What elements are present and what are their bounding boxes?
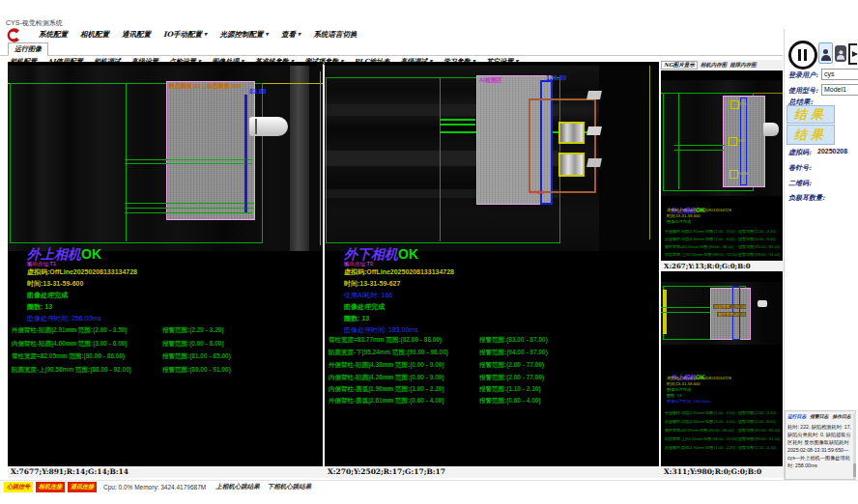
- log-scrollbar[interactable]: [853, 413, 856, 479]
- exit-button[interactable]: [848, 43, 858, 63]
- threshold-region: [166, 81, 255, 220]
- operator-button[interactable]: [835, 45, 846, 62]
- main-window: CYS-视觉检测系统 系统配置 相机配置 通讯配置 IO手动配置▼ 光源控制配置…: [0, 0, 858, 504]
- ng-view-1-coords: X:267;Y:13;R:0;G:0;B:0: [661, 261, 786, 271]
- pause-icon: [798, 49, 801, 61]
- tab-strip: [0, 42, 783, 56]
- yellow-feature-box: [558, 122, 585, 144]
- alarm-range: 报警范围:(89.00 - 91.00): [162, 366, 231, 375]
- ai-time-line: 使用AI耗时: 166: [344, 291, 392, 300]
- feature-marker: [729, 170, 738, 179]
- ok-badge: OK: [81, 246, 101, 262]
- alarm-range: 报警范围:(2.00 - 77.00): [479, 361, 544, 370]
- measure-row: 外侧臂柱-陷圆|2.91mm 范围:(2.00 - 3.50): [12, 326, 128, 335]
- process-time-line: 图像处理时间: 183.00ms: [344, 325, 418, 335]
- status-bar: 心跳信号 相机连接 通讯连接 Cpu: 0.0% Memory: 3424.41…: [0, 480, 858, 492]
- cpu-memory-status: Cpu: 0.0% Memory: 3424.4179687M: [103, 484, 206, 490]
- virtual-code-label: 虚拟码:: [788, 148, 812, 157]
- menu-item-language-switch[interactable]: 系统语言切换: [313, 30, 357, 40]
- ng-tab-bar: NG图片显示 相机内存图 超限内存图: [661, 60, 783, 70]
- alarm-range: 报警范围:(2.20 - 3.20): [162, 326, 224, 335]
- time-line: 时间:13-31-59-600: [27, 279, 83, 289]
- tab-ng-image[interactable]: NG图片显示: [661, 61, 698, 70]
- chevron-down-icon: ▼: [298, 32, 300, 37]
- person-icon: [837, 50, 844, 60]
- red-note-label: 4.4 2.6: [529, 189, 544, 195]
- connector-part: [249, 117, 288, 136]
- left-view-coords: X:7677;Y:891;R:14;G:14;B:14: [8, 466, 326, 478]
- alarm-range: 报警范围:(81.00 - 85.00): [162, 352, 231, 361]
- reel-needle-label: 卷针号:: [788, 163, 812, 173]
- model-field[interactable]: Model1: [821, 84, 858, 96]
- measure-row: 陷圆宽度-下|95.24mm 范围:(93.00 - 98.00): [329, 349, 448, 357]
- virtual-code-value: 20250208: [817, 148, 847, 154]
- person-icon: [821, 49, 831, 61]
- loop-count-line: 圈数: 13: [27, 302, 52, 312]
- menu-item-view[interactable]: 查看▼: [281, 30, 300, 40]
- chevron-down-icon: ▼: [204, 32, 207, 37]
- measure-row: 内侧臂柱-陷圆|4.28mm 范围:(0.00 - 9.00): [329, 374, 444, 382]
- loop-count-line: 圈数: 13: [344, 314, 369, 323]
- blue-measure-label: 128.80: [546, 74, 566, 81]
- menu-item-comm-config[interactable]: 通讯配置: [122, 30, 151, 40]
- camera-status-badge: 相机连接: [36, 482, 65, 492]
- blue-measure-line: [244, 95, 247, 212]
- measure-row: 内侧臂柱-圆弧|1.90mm 范围:(1.00 - 2.20): [329, 385, 444, 394]
- center-view-coords: X:270;Y:2502;R:17;G:17;B:17: [325, 466, 662, 478]
- menu-item-system-config[interactable]: 系统配置: [39, 30, 68, 40]
- process-time-line: 图像处理时间: 256.00ms: [27, 314, 101, 323]
- ng-view-2[interactable]: 陷圆宽度-上|90.56 臂柱宽度=82.05 外上相机OK 虚拟码:OffLi…: [661, 271, 783, 466]
- qr-code-label: 二维码:: [788, 179, 812, 188]
- feature-marker: [729, 137, 737, 146]
- ng-view-1[interactable]: 2.91 4.60 90.56 外上相机OK 虚拟码:OffLine202502…: [661, 70, 783, 261]
- measure-row: 内侧臂柱-陷圆|4.60mm 范围:(3.00 - 6.00): [12, 340, 128, 349]
- result-box-2: 结果: [786, 125, 835, 145]
- brown-roi-box: [529, 98, 596, 193]
- tab-overlimit-memory[interactable]: 超限内存图: [729, 62, 757, 69]
- scrollbar-thumb[interactable]: [853, 463, 856, 477]
- ng-view-2-coords: X:311;Y:980;R:0;G:0;B:0: [661, 466, 786, 478]
- menu-item-io-manual-config[interactable]: IO手动配置▼: [163, 30, 208, 40]
- blue-measure-label: 83.88: [249, 88, 267, 95]
- pause-button[interactable]: [788, 41, 817, 70]
- menu-item-camera-config[interactable]: 相机配置: [80, 30, 109, 40]
- ai-region-label: AI检测区: [479, 76, 502, 85]
- chevron-down-icon: ▼: [266, 32, 269, 37]
- menu-item-light-control-config[interactable]: 光源控制配置▼: [220, 30, 269, 40]
- process-done-line: 图像处理完成: [344, 302, 385, 312]
- lower-camera-heartbeat: 下相机心跳结果: [268, 483, 312, 491]
- login-user-field[interactable]: cys: [821, 69, 858, 80]
- alarm-range: 报警范围:(94.00 - 97.00): [479, 349, 548, 357]
- log-text: 耗时: 222, 缺陷检测耗时: 17, 缺陷分类耗时: 0, 缺陷提取分区耗时…: [787, 423, 851, 477]
- alarm-range: 报警范围:(2.00 - 77.00): [479, 374, 544, 382]
- tab-camera-memory[interactable]: 相机内存图: [701, 62, 728, 69]
- heartbeat-status-badge: 心跳信号: [4, 482, 33, 492]
- measure-row: 外侧臂柱-圆弧|2.61mm 范围:(0.60 - 4.00): [329, 397, 444, 406]
- output-point-label: 输出点位:T1: [27, 261, 56, 267]
- menu-bar: 系统配置 相机配置 通讯配置 IO手动配置▼ 光源控制配置▼ 查看▼ 系统语言切…: [39, 30, 357, 40]
- feature-marker: [730, 100, 739, 109]
- left-camera-view[interactable]: 静态阈值:93，动态阈值:100 83.88 外上相机OK 输出点位:T1 虚拟…: [8, 62, 323, 466]
- output-point-label: 输出点位:T0: [344, 261, 373, 267]
- result-box-1: 结果: [786, 105, 835, 124]
- tab-alarm-log[interactable]: 报警日志: [810, 413, 828, 419]
- log-panel: 运行日志 报警日志 操作日志 耗时: 222, 缺陷检测耗时: 17, 缺陷分类…: [785, 410, 856, 480]
- alarm-range: 报警范围:(1.10 - 2.10): [479, 385, 541, 394]
- measure-row: 臂柱宽度=83.77mm 范围:(82.00 - 88.00): [329, 336, 442, 345]
- alarm-range: 报警范围:(0.00 - 8.00): [162, 340, 224, 349]
- virtual-code-line: 虚拟码:OffLine20250208133134728: [27, 267, 137, 277]
- alarm-range: 报警范围:(0.60 - 4.00): [479, 397, 541, 406]
- yellow-feature-box: [558, 153, 585, 177]
- log-tab-bar: 运行日志 报警日志 操作日志: [787, 413, 851, 419]
- tab-operation-log[interactable]: 操作日志: [832, 413, 850, 419]
- login-user-button[interactable]: [818, 42, 833, 64]
- center-camera-view[interactable]: AI检测区 128.80 4.4 2.6 外下相机OK 输出点位:T0 虚拟码:…: [325, 62, 659, 466]
- measure-row: 臂柱宽度=82.05mm 范围:(80.00 - 86.00): [12, 352, 125, 361]
- measure-row: 外侧臂柱-陷圆|4.38mm 范围:(0.00 - 9.00): [329, 361, 444, 370]
- tab-run-log[interactable]: 运行日志: [787, 413, 806, 419]
- login-user-label: 登录用户:: [788, 70, 818, 80]
- comm-status-badge: 通讯连接: [68, 482, 97, 492]
- tab-run-image[interactable]: 运行图像: [8, 42, 48, 56]
- ok-badge: OK: [398, 246, 418, 262]
- threshold-label: 静态阈值:93，动态阈值:100: [169, 82, 242, 91]
